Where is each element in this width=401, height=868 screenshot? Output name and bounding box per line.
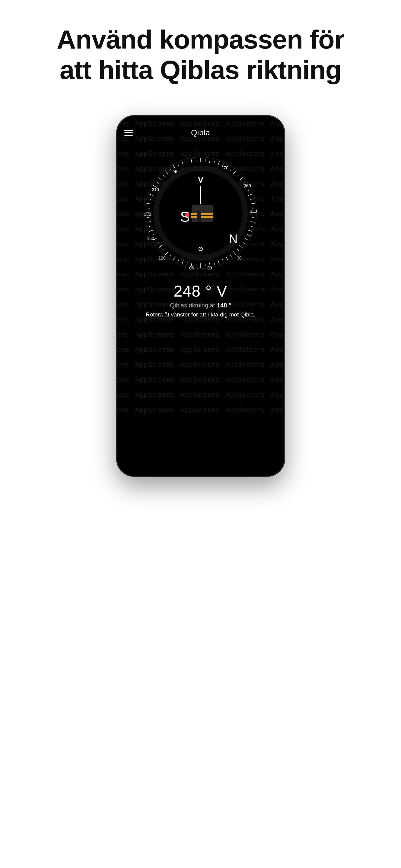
svg-line-34 (213, 262, 214, 265)
svg-text:V: V (198, 175, 203, 184)
svg-line-69 (182, 161, 183, 165)
hamburger-menu-icon[interactable] (124, 130, 133, 135)
svg-line-42 (178, 259, 179, 261)
svg-line-22 (250, 226, 253, 227)
svg-line-4 (213, 161, 214, 163)
svg-line-45 (165, 252, 168, 255)
compass-svg: // ticks drawn via SVG elements below (140, 153, 261, 273)
svg-line-23 (248, 230, 252, 232)
watermark-row: reensAppScreensAppScreensAppScreensAppS (117, 342, 284, 357)
svg-text:06: 06 (189, 266, 194, 270)
rotate-instruction: Rotera åt vänster för att rikta dig mot … (140, 311, 261, 318)
compass-readings: 248 ° V Qiblas riktning är 148 ° Rotera … (140, 282, 261, 324)
svg-line-20 (252, 217, 254, 218)
svg-text:300: 300 (244, 183, 251, 188)
svg-line-16 (250, 199, 253, 199)
svg-line-53 (146, 222, 150, 222)
svg-line-38 (196, 264, 196, 267)
svg-text:09: 09 (207, 266, 212, 270)
svg-line-66 (170, 169, 171, 171)
svg-line-63 (159, 178, 162, 180)
svg-line-64 (163, 175, 165, 177)
svg-line-10 (237, 175, 239, 177)
svg-text:150: 150 (147, 236, 154, 241)
svg-text:120: 120 (159, 255, 166, 260)
app-title: Qibla (191, 128, 210, 137)
svg-line-46 (163, 249, 165, 251)
svg-line-62 (156, 182, 159, 184)
watermark-row: reensAppScreensAppScreensAppScreensAppS (117, 402, 284, 417)
phone-container: reensAppScreensAppScreensAppScreensAppS … (116, 115, 285, 477)
svg-line-29 (233, 252, 236, 255)
svg-line-2 (205, 159, 205, 162)
svg-line-15 (248, 194, 252, 195)
svg-text:30: 30 (237, 255, 242, 260)
svg-line-48 (156, 242, 159, 244)
svg-line-14 (247, 190, 249, 191)
svg-line-71 (191, 159, 192, 163)
svg-rect-95 (197, 211, 201, 222)
svg-line-8 (230, 169, 231, 171)
watermark-row: reensAppScreensAppScreensAppScreensAppS (117, 372, 284, 387)
svg-text:N: N (229, 232, 237, 245)
svg-line-25 (245, 238, 248, 240)
app-bar: Qibla (117, 116, 284, 144)
svg-line-28 (237, 249, 239, 251)
svg-line-31 (226, 257, 228, 260)
svg-text:330: 330 (250, 209, 257, 214)
svg-line-72 (196, 159, 196, 162)
svg-line-57 (146, 204, 150, 204)
svg-line-30 (230, 255, 231, 257)
qibla-direction-label: Qiblas riktning är 148 ° (140, 302, 261, 309)
svg-line-65 (165, 171, 168, 174)
svg-line-58 (149, 199, 151, 199)
svg-line-51 (149, 230, 153, 232)
compass-area: // ticks drawn via SVG elements below (117, 144, 284, 324)
svg-line-32 (222, 259, 223, 261)
watermark-row: reensAppScreensAppScreensAppScreensAppS (117, 357, 284, 372)
page-wrapper: Använd kompassen för att hitta Qiblas ri… (33, 0, 368, 477)
svg-line-44 (170, 255, 171, 257)
svg-line-26 (242, 242, 245, 244)
degree-display: 248 ° V (140, 282, 261, 300)
svg-line-67 (173, 165, 175, 169)
svg-text::: : (200, 247, 201, 251)
svg-line-36 (205, 264, 205, 267)
page-header: Använd kompassen för att hitta Qiblas ri… (33, 0, 368, 103)
svg-line-5 (218, 161, 219, 165)
svg-line-17 (251, 204, 255, 204)
svg-line-21 (251, 222, 255, 222)
svg-line-43 (173, 257, 175, 260)
watermark-row: reensAppScreensAppScreensAppScreensAppS (117, 327, 284, 342)
page-title: Använd kompassen för att hitta Qiblas ri… (57, 24, 344, 85)
svg-line-40 (187, 262, 187, 265)
svg-text:270: 270 (221, 165, 228, 170)
svg-rect-93 (191, 215, 213, 216)
phone-frame: reensAppScreensAppScreensAppScreensAppS … (116, 115, 285, 477)
svg-line-47 (159, 245, 162, 248)
svg-line-9 (233, 171, 236, 174)
svg-line-18 (252, 208, 254, 209)
svg-line-41 (182, 260, 183, 264)
svg-line-54 (147, 217, 149, 218)
svg-text:180: 180 (144, 212, 151, 217)
svg-line-11 (239, 178, 242, 180)
svg-line-50 (152, 235, 154, 236)
svg-line-59 (149, 194, 153, 195)
svg-line-70 (187, 161, 187, 163)
phone-screen: reensAppScreensAppScreensAppScreensAppS … (117, 116, 284, 476)
svg-line-56 (147, 208, 149, 209)
svg-line-52 (149, 226, 151, 227)
svg-line-3 (209, 159, 210, 163)
svg-text:0: 0 (248, 233, 251, 238)
watermark-row: reensAppScreensAppScreensAppScreensAppS (117, 387, 284, 402)
svg-line-33 (218, 260, 219, 264)
svg-text:210: 210 (152, 187, 159, 192)
svg-line-27 (239, 245, 242, 248)
svg-line-68 (178, 164, 179, 166)
